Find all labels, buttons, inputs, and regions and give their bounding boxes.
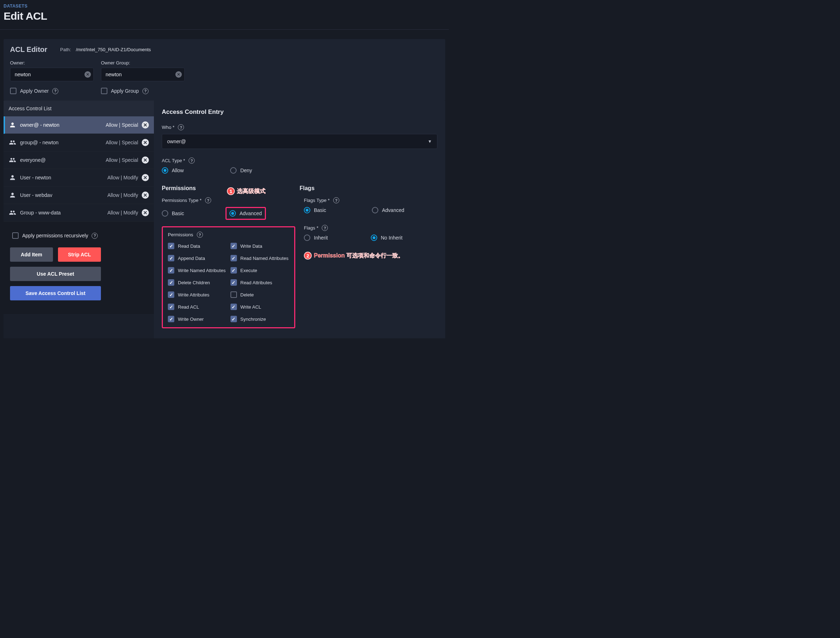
perm-basic-radio[interactable]: Basic [162, 210, 184, 217]
apply-recursive-checkbox[interactable] [12, 232, 19, 239]
remove-acl-icon[interactable]: ✕ [142, 174, 149, 181]
breadcrumb[interactable]: DATASETS [0, 0, 449, 10]
who-value: owner@ [167, 139, 186, 144]
editor-path: Path: /mnt/Intel_750_RAID-Z1/Documents [60, 47, 151, 52]
permission-item[interactable]: Write Attributes [168, 291, 227, 298]
permission-item[interactable]: Append Data [168, 255, 227, 261]
who-label-text: Who * [162, 125, 174, 130]
help-icon[interactable]: ? [92, 233, 98, 239]
owner-label: Owner: [10, 60, 94, 65]
acl-item-label: User - newton [20, 175, 104, 180]
permission-item[interactable]: Write ACL [231, 304, 289, 310]
remove-acl-icon[interactable]: ✕ [142, 192, 149, 199]
acl-item-list: owner@ - newtonAllow | Special✕group@ - … [3, 116, 154, 222]
acl-item-perm: Allow | Special [106, 122, 138, 128]
annotation-2-badge: 2 [304, 252, 312, 260]
annotation-2: 2 Permission 可选项和命令行一致。 [304, 252, 404, 260]
remove-acl-icon[interactable]: ✕ [142, 209, 149, 216]
deny-label: Deny [240, 168, 252, 173]
owner-group-input[interactable] [101, 68, 185, 81]
chevron-down-icon: ▼ [428, 139, 432, 144]
permission-checkbox[interactable] [231, 243, 237, 249]
flags-basic-radio[interactable]: Basic [304, 207, 326, 214]
permission-label: Read Named Attributes [240, 256, 289, 261]
add-item-button[interactable]: Add Item [10, 247, 53, 262]
permission-checkbox[interactable] [168, 255, 174, 261]
permission-checkbox[interactable] [231, 255, 237, 261]
help-icon[interactable]: ? [142, 88, 148, 94]
no-inherit-radio[interactable]: No Inherit [371, 234, 403, 241]
flags-type-label: Flags Type * ? [304, 197, 437, 203]
permission-item[interactable]: Read Attributes [231, 279, 289, 286]
permission-checkbox[interactable] [231, 267, 237, 274]
clear-owner-icon[interactable]: ✕ [84, 71, 91, 78]
acl-item[interactable]: User - newtonAllow | Modify✕ [3, 169, 154, 187]
acl-item[interactable]: User - webdavAllow | Modify✕ [3, 187, 154, 204]
permission-checkbox[interactable] [168, 267, 174, 274]
advanced-label: Advanced [240, 211, 262, 216]
person-icon [9, 121, 16, 128]
acl-list-header: Access Control List [3, 101, 154, 116]
page-title: Edit ACL [0, 10, 449, 27]
inherit-radio[interactable]: Inherit [304, 234, 328, 241]
remove-acl-icon[interactable]: ✕ [142, 139, 149, 146]
permission-checkbox[interactable] [168, 279, 174, 286]
help-icon[interactable]: ? [52, 88, 58, 94]
permission-checkbox[interactable] [231, 316, 237, 322]
flags-advanced-radio[interactable]: Advanced [372, 207, 404, 214]
who-select[interactable]: owner@ ▼ [162, 134, 437, 149]
flags-type-label-text: Flags Type * [304, 198, 330, 203]
flags-label2: Flags * ? [304, 225, 437, 231]
help-icon[interactable]: ? [322, 225, 328, 231]
apply-owner-checkbox[interactable] [10, 88, 16, 94]
apply-group-checkbox[interactable] [101, 88, 107, 94]
acl-item[interactable]: Group - www-dataAllow | Modify✕ [3, 204, 154, 222]
acl-item[interactable]: everyone@Allow | Special✕ [3, 152, 154, 169]
perm-advanced-radio[interactable]: Advanced [229, 210, 262, 217]
permission-item[interactable]: Write Data [231, 243, 289, 249]
permission-item[interactable]: Write Named Attributes [168, 267, 227, 274]
clear-owner-group-icon[interactable]: ✕ [175, 71, 182, 78]
permission-checkbox[interactable] [231, 304, 237, 310]
annotation-1: 1 选高级模式 [227, 187, 265, 195]
permission-item[interactable]: Read Named Attributes [231, 255, 289, 261]
help-icon[interactable]: ? [189, 158, 195, 164]
flags-label2-text: Flags * [304, 225, 318, 231]
help-icon[interactable]: ? [333, 197, 339, 203]
acl-item[interactable]: group@ - newtonAllow | Special✕ [3, 134, 154, 152]
acl-item[interactable]: owner@ - newtonAllow | Special✕ [3, 116, 154, 134]
permission-item[interactable]: Read Data [168, 243, 227, 249]
permission-checkbox[interactable] [168, 243, 174, 249]
permission-label: Append Data [178, 256, 205, 261]
help-icon[interactable]: ? [205, 197, 211, 203]
path-label: Path: [60, 47, 71, 52]
permission-checkbox[interactable] [231, 279, 237, 286]
apply-group-label: Apply Group [111, 88, 139, 94]
permission-checkbox[interactable] [168, 304, 174, 310]
divider [0, 29, 449, 30]
permission-checkbox[interactable] [231, 291, 237, 298]
owner-input[interactable] [10, 68, 94, 81]
deny-radio[interactable]: Deny [230, 167, 252, 174]
remove-acl-icon[interactable]: ✕ [142, 157, 149, 164]
permission-item[interactable]: Execute [231, 267, 289, 274]
permission-item[interactable]: Synchronize [231, 316, 289, 322]
remove-acl-icon[interactable]: ✕ [142, 121, 149, 128]
permission-checkbox[interactable] [168, 316, 174, 322]
help-icon[interactable]: ? [197, 232, 203, 238]
permission-item[interactable]: Write Owner [168, 316, 227, 322]
permissions-type-label-text: Permissions Type * [162, 198, 202, 203]
permission-item[interactable]: Read ACL [168, 304, 227, 310]
help-icon[interactable]: ? [178, 124, 184, 130]
save-acl-button[interactable]: Save Access Control List [10, 286, 101, 301]
group-icon [9, 157, 16, 164]
use-preset-button[interactable]: Use ACL Preset [10, 267, 101, 281]
who-label: Who * ? [162, 124, 437, 130]
strip-acl-button[interactable]: Strip ACL [58, 247, 101, 262]
permission-item[interactable]: Delete Children [168, 279, 227, 286]
acl-editor-card: ACL Editor Path: /mnt/Intel_750_RAID-Z1/… [3, 39, 445, 101]
person-icon [9, 192, 16, 199]
permission-checkbox[interactable] [168, 291, 174, 298]
permission-item[interactable]: Delete [231, 291, 289, 298]
allow-radio[interactable]: Allow [162, 167, 183, 174]
